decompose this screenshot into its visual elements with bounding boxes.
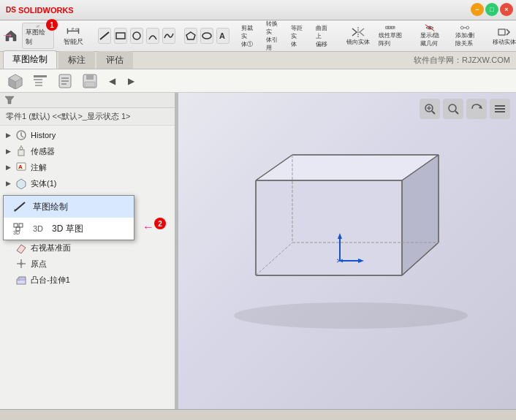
- 3d-model-viewport: [197, 115, 490, 334]
- surface-label: 曲面上偏移: [316, 24, 332, 48]
- annotation-arrow-2: ←: [143, 221, 154, 234]
- svg-line-98: [455, 111, 458, 114]
- minimize-button[interactable]: −: [471, 3, 484, 16]
- relations-label: 添加/删除关系: [455, 31, 474, 47]
- svg-rect-67: [19, 224, 23, 227]
- property-icon: [57, 73, 73, 89]
- svg-line-64: [15, 202, 25, 211]
- nav-right-icon[interactable]: ▶: [124, 72, 137, 91]
- plane-icon: [15, 241, 28, 254]
- ellipse-tool[interactable]: [200, 28, 213, 44]
- svg-rect-32: [498, 29, 505, 35]
- mirror-icon: [350, 26, 366, 38]
- svg-point-11: [202, 33, 211, 39]
- menu-item-sketch3d[interactable]: 3D 3D 3D 草图 ← 2: [4, 218, 134, 240]
- expand-arrow: ▶: [6, 180, 15, 187]
- rotate-button[interactable]: [466, 99, 487, 119]
- nav-left-icon[interactable]: ◀: [105, 72, 118, 91]
- rotate-icon: [470, 102, 483, 115]
- svg-point-62: [20, 262, 23, 265]
- trim-tool[interactable]: 剪裁实体①: [238, 23, 260, 49]
- move-tool[interactable]: 移动实体: [490, 23, 516, 49]
- menu-item-label: 3D 草图: [52, 223, 83, 235]
- titlebar: DS SOLIDWORKS − □ ×: [0, 0, 516, 20]
- save-icon[interactable]: [80, 72, 99, 91]
- zoom-in-button[interactable]: [443, 99, 463, 119]
- tree-item-label: 传感器: [31, 146, 55, 157]
- relations-icon: [457, 24, 473, 31]
- panel-divider[interactable]: [175, 93, 178, 409]
- svg-rect-66: [14, 224, 18, 227]
- surface-tool[interactable]: 曲面上偏移: [313, 23, 335, 49]
- text-tool[interactable]: A: [216, 28, 229, 44]
- tab-sketch[interactable]: 草图绘制: [3, 50, 57, 69]
- smart-dim-label: 智能尺: [64, 37, 83, 47]
- smart-dimension-button[interactable]: 尺寸 智能尺: [57, 23, 89, 49]
- svg-rect-39: [35, 82, 42, 83]
- tree-item-right-plane[interactable]: 右视基准面: [0, 240, 175, 256]
- tree-item-history[interactable]: ▶ History: [0, 127, 175, 143]
- display-icon: [422, 24, 438, 31]
- magnify-icon: [447, 102, 460, 115]
- linear-array-tool[interactable]: 线性草图阵列: [376, 23, 405, 49]
- sketch-draw-label: 草图绘制: [26, 28, 50, 47]
- svg-rect-102: [495, 111, 505, 112]
- app-logo: DS SOLIDWORKS: [6, 6, 74, 15]
- array-label: 线性草图阵列: [379, 31, 402, 47]
- convert-tool[interactable]: 转换实体引用: [263, 23, 285, 49]
- svg-rect-24: [389, 26, 391, 28]
- offset-tool[interactable]: 等距实体: [288, 23, 310, 49]
- zoom-to-fit-button[interactable]: [420, 99, 440, 119]
- maximize-button[interactable]: □: [485, 3, 498, 16]
- svg-rect-26: [394, 26, 395, 28]
- line-tool[interactable]: [98, 28, 111, 44]
- badge-2: 2: [154, 218, 166, 229]
- relations-tool[interactable]: 添加/删除关系: [449, 23, 481, 49]
- property-manager-icon[interactable]: [56, 72, 75, 91]
- tree-item-origin[interactable]: 原点: [0, 256, 175, 272]
- svg-line-51: [21, 136, 23, 137]
- tree-item-label: 右视基准面: [31, 243, 71, 253]
- svg-rect-47: [85, 82, 95, 87]
- display-tool[interactable]: 显示/隐藏几何: [414, 23, 446, 49]
- svg-rect-25: [391, 26, 393, 28]
- cube-icon: [7, 73, 23, 89]
- tab-dimension[interactable]: 标注: [58, 51, 95, 69]
- main-area: 零件1 (默认) <<默认>_显示状态 1> ▶ History ▶ 传感器: [0, 93, 516, 409]
- svg-rect-40: [35, 85, 42, 86]
- solid-icon: [15, 177, 28, 190]
- expand-arrow: ▶: [6, 131, 15, 139]
- move-icon: [496, 26, 512, 38]
- sketch3d-icon: 3D: [12, 221, 27, 236]
- arc-tool[interactable]: [146, 28, 159, 44]
- ribbon-tabs: 草图绘制 标注 评估 软件自学网：RJZXW.COM: [0, 52, 516, 69]
- tree-item-solid[interactable]: ▶ 实体(1): [0, 175, 175, 191]
- rectangle-tool[interactable]: [114, 28, 127, 44]
- tree-item-extrude[interactable]: 凸台-拉伸1: [0, 272, 175, 288]
- tree-icon: [32, 73, 48, 89]
- tab-evaluate[interactable]: 评估: [96, 51, 133, 69]
- svg-point-97: [449, 104, 456, 112]
- svg-point-9: [133, 32, 140, 39]
- view-3d-icon[interactable]: [6, 72, 25, 91]
- view-options-icon: [493, 102, 506, 115]
- close-button[interactable]: ×: [500, 3, 513, 16]
- move-label: 移动实体: [493, 38, 516, 46]
- expand-arrow: ▶: [6, 164, 15, 171]
- circle-tool[interactable]: [130, 28, 143, 44]
- feature-tree: ▶ History ▶ 传感器 ▶ A 注解: [0, 126, 175, 409]
- sketch-draw-button[interactable]: 草图绘制 1 →: [22, 23, 54, 49]
- svg-point-29: [460, 26, 463, 29]
- view-options-button[interactable]: [490, 99, 510, 119]
- svg-marker-57: [17, 179, 26, 189]
- feature-tree-icon[interactable]: [31, 72, 50, 91]
- mirror-tool[interactable]: 镜向实体: [344, 23, 373, 49]
- polygon-tool[interactable]: [184, 28, 197, 44]
- svg-text:尺寸: 尺寸: [71, 27, 78, 31]
- command-manager: ◀ ▶: [0, 69, 516, 93]
- svg-rect-52: [18, 150, 24, 156]
- menu-item-sketch2d[interactable]: 草图绘制: [4, 196, 134, 218]
- spline-tool[interactable]: [162, 28, 175, 44]
- tree-item-sensor[interactable]: ▶ 传感器: [0, 143, 175, 159]
- tree-item-annotation[interactable]: ▶ A 注解: [0, 159, 175, 175]
